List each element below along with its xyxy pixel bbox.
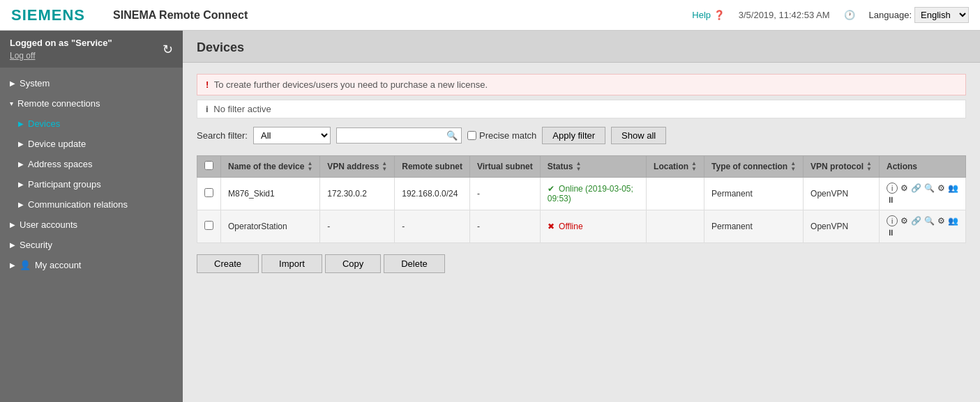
row2-checkbox[interactable] <box>204 221 213 230</box>
logoff-link[interactable]: Log off <box>10 51 112 61</box>
col-status[interactable]: Status ▲▼ <box>540 156 646 178</box>
share-action-icon[interactable]: ⚙ <box>900 183 908 193</box>
refresh-icon[interactable]: ↻ <box>163 42 173 57</box>
col-vpn[interactable]: VPN address ▲▼ <box>320 156 395 178</box>
sidebar-user-panel: Logged on as "Service" Log off ↻ <box>0 31 183 68</box>
sidebar-item-device-update[interactable]: ▶ Device update <box>0 134 183 154</box>
settings-action-icon[interactable]: ⚙ <box>937 216 945 226</box>
sidebar-item-label: Address spaces <box>28 159 93 169</box>
arrow-icon: ▶ <box>10 79 15 87</box>
col-vpn-protocol[interactable]: VPN protocol ▲▼ <box>804 156 880 178</box>
row2-status: ✖ Offline <box>548 222 583 231</box>
pause-action-icon[interactable]: ⏸ <box>887 195 895 205</box>
sidebar-item-remote-connections[interactable]: ▾ Remote connections <box>0 93 183 114</box>
col-virtual-subnet: Virtual subnet <box>469 156 540 178</box>
row2-location-cell <box>647 210 704 243</box>
table-row: M876_Skid1 172.30.0.2 192.168.0.0/24 - <box>197 178 966 210</box>
help-link[interactable]: Help ❓ <box>692 10 724 20</box>
precise-match-text: Precise match <box>479 130 536 141</box>
apply-filter-button[interactable]: Apply filter <box>542 127 605 144</box>
row1-type-connection: Permanent <box>711 189 753 199</box>
sidebar-item-user-accounts[interactable]: ▶ User accounts <box>0 215 183 235</box>
connect-action-icon[interactable]: 🔗 <box>911 183 921 193</box>
row2-vpn-protocol: OpenVPN <box>811 222 848 231</box>
arrow-icon: ▾ <box>10 100 13 107</box>
sidebar-item-system[interactable]: ▶ System <box>0 73 183 93</box>
arrow-icon: ▶ <box>18 140 24 148</box>
sidebar-item-my-account[interactable]: ▶ 👤 My account <box>0 255 183 275</box>
arrow-icon: ▶ <box>18 160 24 168</box>
clock-icon: 🕐 <box>844 10 855 20</box>
sidebar-item-label: Communication relations <box>28 199 128 210</box>
sidebar-item-participant-groups[interactable]: ▶ Participant groups <box>0 174 183 194</box>
search-input[interactable] <box>336 127 462 144</box>
col-type-connection[interactable]: Type of connection ▲▼ <box>704 156 804 178</box>
col-name-label: Name of the device <box>228 162 304 171</box>
row1-action-row: i ⚙ 🔗 🔍 ⚙ 👥 ⏸ <box>887 183 958 205</box>
online-icon: ✔ <box>548 184 555 194</box>
select-all-checkbox[interactable] <box>204 161 213 170</box>
table-header: Name of the device ▲▼ VPN address ▲▼ Rem… <box>197 156 966 178</box>
arrow-icon: ▶ <box>18 180 24 188</box>
info-action-icon[interactable]: i <box>887 183 898 194</box>
pause-action-icon[interactable]: ⏸ <box>887 228 895 238</box>
col-vpn-label: VPN address <box>327 162 379 171</box>
search-action-icon[interactable]: 🔍 <box>924 216 935 226</box>
search-icon: 🔍 <box>446 130 458 141</box>
language-select[interactable]: English Deutsch <box>914 7 969 23</box>
sidebar-item-address-spaces[interactable]: ▶ Address spaces <box>0 154 183 174</box>
search-filter-bar: Search filter: All Name VPN address Stat… <box>197 127 966 144</box>
sidebar-user-info: Logged on as "Service" Log off <box>10 38 112 61</box>
show-all-button[interactable]: Show all <box>611 127 666 144</box>
sidebar-item-security[interactable]: ▶ Security <box>0 235 183 255</box>
sidebar-item-label: User accounts <box>20 219 77 230</box>
sidebar-item-devices[interactable]: ▶ Devices <box>0 114 183 134</box>
info-action-icon[interactable]: i <box>887 215 898 226</box>
arrow-icon: ▶ <box>10 261 15 269</box>
siemens-logo: SIEMENS <box>11 6 85 24</box>
main-content-area: Devices ! To create further devices/user… <box>183 31 980 402</box>
bottom-buttons: Create Import Copy Delete <box>197 254 966 273</box>
create-button[interactable]: Create <box>197 254 259 273</box>
row1-checkbox[interactable] <box>204 188 213 197</box>
app-header: SIEMENS SINEMA Remote Connect Help ❓ 3/5… <box>0 0 980 31</box>
sidebar-item-label: Security <box>20 240 52 250</box>
sidebar-item-communication-relations[interactable]: ▶ Communication relations <box>0 194 183 215</box>
import-button[interactable]: Import <box>262 254 322 273</box>
row2-remote-subnet: - <box>402 222 405 231</box>
row1-action-line1: i ⚙ 🔗 🔍 ⚙ 👥 <box>887 183 958 194</box>
row2-name: OperatorStation <box>228 222 287 231</box>
search-filter-select[interactable]: All Name VPN address Status Location <box>253 127 331 144</box>
users-action-icon[interactable]: 👥 <box>948 216 958 226</box>
row1-type-cell: Permanent <box>704 178 804 210</box>
col-vpn-protocol-label: VPN protocol <box>811 162 864 171</box>
row1-vpn-protocol-cell: OpenVPN <box>804 178 880 210</box>
search-action-icon[interactable]: 🔍 <box>924 183 935 193</box>
precise-match-checkbox[interactable] <box>467 131 476 140</box>
copy-button[interactable]: Copy <box>325 254 381 273</box>
row2-vpn-cell: - <box>320 210 395 243</box>
arrow-icon: ▶ <box>10 221 15 229</box>
devices-table: Name of the device ▲▼ VPN address ▲▼ Rem… <box>197 155 966 243</box>
delete-button[interactable]: Delete <box>384 254 445 273</box>
col-name[interactable]: Name of the device ▲▼ <box>221 156 320 178</box>
row1-actions-cell: i ⚙ 🔗 🔍 ⚙ 👥 ⏸ <box>880 178 966 210</box>
connect-action-icon[interactable]: 🔗 <box>911 216 921 226</box>
row1-remote-subnet-cell: 192.168.0.0/24 <box>395 178 470 210</box>
row2-vpn: - <box>327 222 330 231</box>
row1-status-cell: ✔ Online (2019-03-05; 09:53) <box>540 178 646 210</box>
share-action-icon[interactable]: ⚙ <box>900 216 908 226</box>
col-location[interactable]: Location ▲▼ <box>647 156 704 178</box>
col-remote-subnet-label: Remote subnet <box>402 162 462 171</box>
sidebar: Logged on as "Service" Log off ↻ ▶ Syste… <box>0 31 183 402</box>
row2-actions-cell: i ⚙ 🔗 🔍 ⚙ 👥 ⏸ <box>880 210 966 243</box>
sort-arrows-name: ▲▼ <box>307 161 312 172</box>
language-label: Language: <box>869 10 912 20</box>
col-status-label: Status <box>548 162 573 171</box>
settings-action-icon[interactable]: ⚙ <box>937 183 945 193</box>
sidebar-item-label: Participant groups <box>28 179 101 190</box>
row2-vpn-protocol-cell: OpenVPN <box>804 210 880 243</box>
page-header: Devices <box>183 31 980 63</box>
users-action-icon[interactable]: 👥 <box>948 183 958 193</box>
sort-arrows-type: ▲▼ <box>790 161 796 172</box>
